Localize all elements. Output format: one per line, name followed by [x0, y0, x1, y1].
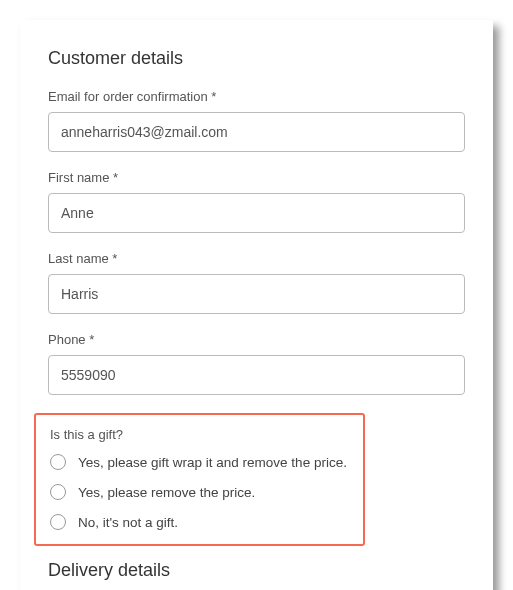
customer-details-heading: Customer details: [48, 48, 465, 69]
gift-option-label: Yes, please remove the price.: [78, 485, 255, 500]
last-name-field-group: Last name *: [48, 251, 465, 314]
email-input[interactable]: [48, 112, 465, 152]
last-name-input[interactable]: [48, 274, 465, 314]
last-name-label: Last name *: [48, 251, 465, 266]
gift-option-no[interactable]: No, it's not a gift.: [50, 514, 349, 530]
phone-input[interactable]: [48, 355, 465, 395]
gift-highlight-box: Is this a gift? Yes, please gift wrap it…: [34, 413, 365, 546]
gift-option-wrap-remove[interactable]: Yes, please gift wrap it and remove the …: [50, 454, 349, 470]
delivery-details-heading: Delivery details: [48, 560, 465, 581]
radio-icon[interactable]: [50, 454, 66, 470]
first-name-label: First name *: [48, 170, 465, 185]
radio-icon[interactable]: [50, 484, 66, 500]
email-field-group: Email for order confirmation *: [48, 89, 465, 152]
gift-option-remove-price[interactable]: Yes, please remove the price.: [50, 484, 349, 500]
radio-icon[interactable]: [50, 514, 66, 530]
gift-option-label: No, it's not a gift.: [78, 515, 178, 530]
phone-field-group: Phone *: [48, 332, 465, 395]
gift-option-label: Yes, please gift wrap it and remove the …: [78, 455, 347, 470]
form-page: Customer details Email for order confirm…: [20, 20, 493, 590]
email-label: Email for order confirmation *: [48, 89, 465, 104]
phone-label: Phone *: [48, 332, 465, 347]
first-name-field-group: First name *: [48, 170, 465, 233]
first-name-input[interactable]: [48, 193, 465, 233]
gift-question-label: Is this a gift?: [50, 427, 349, 442]
